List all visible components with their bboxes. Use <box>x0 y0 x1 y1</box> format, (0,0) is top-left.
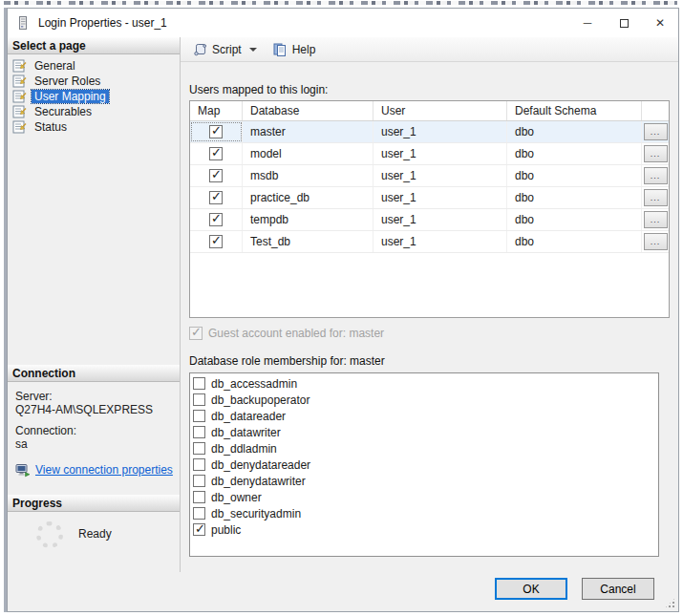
progress-header: Progress <box>8 495 180 512</box>
sidebar-item-general[interactable]: General <box>11 58 178 74</box>
connection-label: Connection: <box>15 424 174 437</box>
cell-schema: dbo <box>507 121 642 142</box>
role-item[interactable]: db_datawriter <box>193 424 658 440</box>
connection-header: Connection <box>8 365 180 382</box>
column-header-database[interactable]: Database <box>243 101 374 120</box>
connection-properties-icon <box>15 462 31 478</box>
sidebar-item-securables[interactable]: Securables <box>11 104 178 119</box>
cell-user: user_1 <box>374 187 507 208</box>
role-name: db_owner <box>211 491 262 504</box>
users-mapped-label: Users mapped to this login: <box>189 83 667 96</box>
server-value: Q27H4-AM\SQLEXPRESS <box>15 403 174 416</box>
sidebar-item-server-roles[interactable]: Server Roles <box>11 74 178 89</box>
maximize-button[interactable] <box>606 9 642 37</box>
browse-schema-button[interactable]: ... <box>644 189 668 206</box>
page-icon <box>12 104 28 119</box>
table-row[interactable]: practice_db user_1 dbo ... <box>190 187 669 209</box>
script-dropdown-icon[interactable] <box>249 48 257 52</box>
browse-schema-button[interactable]: ... <box>644 123 668 140</box>
select-page-list: General Server Roles U <box>8 54 180 365</box>
cell-schema: dbo <box>507 165 642 186</box>
map-checkbox[interactable] <box>209 235 223 248</box>
browse-schema-button[interactable]: ... <box>644 211 668 228</box>
map-checkbox[interactable] <box>209 147 223 160</box>
close-button[interactable]: ✕ <box>642 9 678 37</box>
table-header: Map Database User Default Schema <box>190 101 669 121</box>
role-checkbox[interactable] <box>193 491 205 503</box>
connection-value: sa <box>15 437 174 451</box>
table-row[interactable]: msdb user_1 dbo ... <box>190 165 669 187</box>
role-item[interactable]: db_denydatawriter <box>193 473 658 489</box>
script-button[interactable]: Script <box>186 39 263 60</box>
cancel-button[interactable]: Cancel <box>582 578 654 600</box>
progress-panel: Ready <box>8 512 180 572</box>
cell-database: model <box>243 143 374 164</box>
role-name: db_backupoperator <box>211 393 309 407</box>
role-item[interactable]: db_ddladmin <box>193 440 658 457</box>
connection-panel: Server: Q27H4-AM\SQLEXPRESS Connection: … <box>8 382 180 495</box>
sidebar-item-label: User Mapping <box>32 90 109 103</box>
map-checkbox[interactable] <box>209 191 223 204</box>
role-item[interactable]: public <box>193 521 658 538</box>
role-checkbox[interactable] <box>193 475 205 487</box>
column-header-default-schema[interactable]: Default Schema <box>507 101 642 120</box>
maximize-icon <box>620 19 629 28</box>
dialog-body: Select a page General <box>8 37 678 572</box>
role-item[interactable]: db_datareader <box>193 408 658 424</box>
cell-schema: dbo <box>507 231 642 252</box>
server-label: Server: <box>15 390 174 403</box>
cell-database: master <box>243 121 374 142</box>
sidebar-item-label: General <box>32 59 78 73</box>
view-connection-properties-link[interactable]: View connection properties <box>35 463 173 477</box>
browse-schema-button[interactable]: ... <box>644 145 668 162</box>
map-checkbox[interactable] <box>209 213 223 226</box>
login-properties-dialog: Login Properties - user_1 ─ ✕ Select a p… <box>7 8 679 612</box>
close-icon: ✕ <box>655 16 665 30</box>
guest-account-checkbox <box>189 327 203 340</box>
resize-grip[interactable] <box>664 597 676 609</box>
minimize-icon: ─ <box>584 16 592 30</box>
table-row[interactable]: Test_db user_1 dbo ... <box>190 231 669 253</box>
role-membership-label: Database role membership for: master <box>189 354 667 368</box>
role-item[interactable]: db_accessadmin <box>193 375 658 392</box>
map-checkbox[interactable] <box>209 125 223 138</box>
role-checkbox[interactable] <box>193 410 205 422</box>
role-item[interactable]: db_owner <box>193 489 658 505</box>
help-button[interactable]: Help <box>267 39 322 60</box>
role-item[interactable]: db_denydatareader <box>193 457 658 473</box>
role-checkbox[interactable] <box>193 442 205 455</box>
role-checkbox[interactable] <box>193 377 205 390</box>
help-icon <box>272 42 288 57</box>
column-header-map[interactable]: Map <box>190 101 243 120</box>
map-checkbox[interactable] <box>209 169 223 182</box>
table-row[interactable]: tempdb user_1 dbo ... <box>190 209 669 231</box>
role-name: db_denydatawriter <box>211 475 306 488</box>
cell-database: Test_db <box>243 231 374 252</box>
user-mapping-table: Map Database User Default Schema master … <box>189 100 670 318</box>
minimize-button[interactable]: ─ <box>569 9 606 37</box>
toolbar: Script Help <box>181 37 678 62</box>
ok-button[interactable]: OK <box>495 578 567 600</box>
role-checkbox[interactable] <box>193 523 205 536</box>
sidebar-item-status[interactable]: Status <box>11 119 178 135</box>
role-checkbox[interactable] <box>193 458 205 471</box>
role-checkbox[interactable] <box>193 393 205 406</box>
sidebar-item-label: Status <box>32 120 70 134</box>
table-row[interactable]: model user_1 dbo ... <box>190 143 669 165</box>
browse-schema-button[interactable]: ... <box>644 233 668 250</box>
page-icon <box>12 58 28 74</box>
role-item[interactable]: db_backupoperator <box>193 392 658 408</box>
sidebar-item-user-mapping[interactable]: User Mapping <box>11 89 178 104</box>
role-checkbox[interactable] <box>193 507 205 520</box>
guest-account-label: Guest account enabled for: master <box>208 327 384 340</box>
column-header-user[interactable]: User <box>374 101 507 120</box>
role-item[interactable]: db_securityadmin <box>193 505 658 521</box>
script-icon <box>192 42 207 57</box>
sidebar-item-label: Server Roles <box>32 74 103 88</box>
page-icon <box>12 74 28 89</box>
role-name: public <box>211 523 241 537</box>
browse-schema-button[interactable]: ... <box>644 167 668 184</box>
role-checkbox[interactable] <box>193 426 205 438</box>
progress-spinner-icon <box>36 521 63 548</box>
table-row[interactable]: master user_1 dbo ... <box>190 121 669 143</box>
